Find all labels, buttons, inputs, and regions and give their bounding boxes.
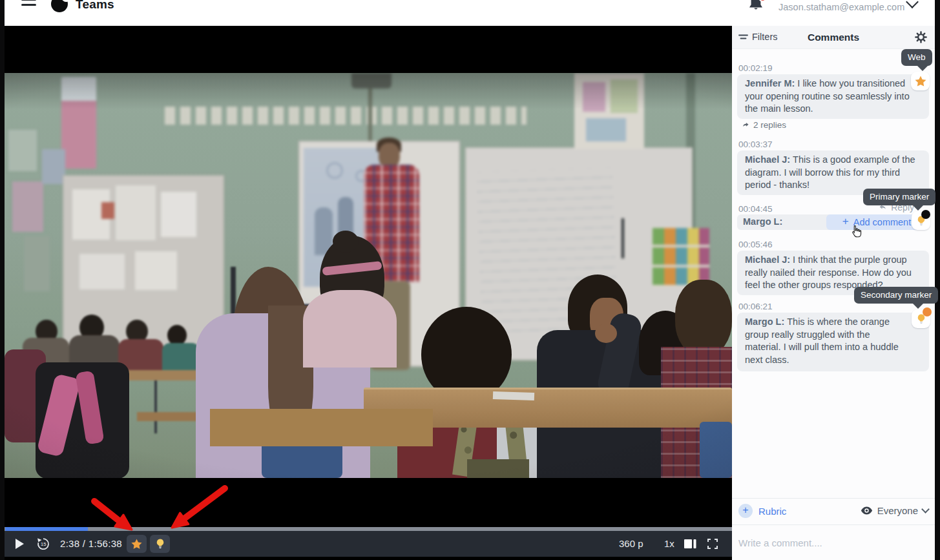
student-hair-far-right xyxy=(675,280,732,356)
comment-author: Michael J: xyxy=(745,254,790,265)
replies-arrow-icon xyxy=(741,121,750,129)
fullscreen-icon[interactable] xyxy=(706,537,719,550)
visibility-selector[interactable]: Everyone xyxy=(861,505,928,516)
theater-mode-icon[interactable] xyxy=(684,537,696,550)
rubric-button[interactable]: + Rubric xyxy=(738,504,786,518)
plus-icon: + xyxy=(842,215,849,228)
replies-label: 2 replies xyxy=(753,120,786,130)
star-marker-button[interactable] xyxy=(127,535,147,553)
replies-toggle[interactable]: 2 replies xyxy=(741,120,786,130)
app-logo xyxy=(51,0,68,12)
secondary-marker-dot xyxy=(923,307,932,316)
comment-timestamp: 00:02:19 xyxy=(738,63,773,73)
app-title: Teams xyxy=(76,0,114,12)
student-pink-top xyxy=(303,290,397,368)
front-desk xyxy=(210,409,433,446)
player-controls: 15 2:38 / 1:56:38 360 p 1x xyxy=(5,531,732,557)
time-display: 2:38 / 1:56:38 xyxy=(60,538,122,549)
camo-backpack-body xyxy=(467,459,529,478)
chair-blue xyxy=(700,422,732,478)
comment-timestamp: 00:05:46 xyxy=(738,240,773,249)
comment-timestamp: 00:04:45 xyxy=(738,204,773,214)
gear-icon[interactable] xyxy=(915,31,927,43)
rewind-15-icon[interactable]: 15 xyxy=(36,536,51,552)
star-marker-badge[interactable] xyxy=(911,72,930,90)
comment-author: Margo L: xyxy=(743,216,782,227)
web-tooltip: Web xyxy=(901,49,932,66)
classroom-foreground xyxy=(5,73,732,478)
rubric-label: Rubric xyxy=(758,506,786,517)
chevron-down-icon xyxy=(921,505,930,513)
primary-marker-dot xyxy=(921,210,930,219)
comment-author: Jennifer M: xyxy=(745,78,795,88)
speed-selector[interactable]: 1x xyxy=(664,538,674,549)
eye-icon xyxy=(861,506,873,516)
video-frame-classroom[interactable] xyxy=(5,73,732,478)
plus-icon: + xyxy=(738,504,753,518)
lightbulb-marker-button[interactable] xyxy=(150,535,170,553)
quality-selector[interactable]: 360 p xyxy=(619,538,643,549)
comments-title: Comments xyxy=(732,32,935,43)
visibility-label: Everyone xyxy=(877,505,918,516)
chevron-down-icon[interactable] xyxy=(906,0,919,8)
comment-composer xyxy=(732,524,935,560)
comments-header: Filters Comments xyxy=(732,26,935,49)
play-icon[interactable] xyxy=(16,539,24,549)
user-email[interactable]: Jason.statham@example.com xyxy=(778,2,904,12)
comment-card: Margo L:This is where the orange group r… xyxy=(737,313,929,371)
comment-author: Michael J: xyxy=(745,154,790,165)
sidebar-footer: + Rubric Everyone xyxy=(732,498,935,560)
comment-timestamp: 00:06:21 xyxy=(738,302,773,311)
comment-author: Margo L: xyxy=(745,316,784,327)
primary-marker-tooltip: Primary marker xyxy=(863,189,935,205)
add-comment-label: Add comment xyxy=(853,217,911,227)
comments-sidebar: Filters Comments 00:02:19 Jennifer M:I l… xyxy=(732,26,935,560)
svg-text:15: 15 xyxy=(41,541,46,547)
desk-paper xyxy=(493,391,534,400)
menu-icon[interactable] xyxy=(21,0,36,10)
video-player: 15 2:38 / 1:56:38 360 p 1x xyxy=(5,26,732,560)
comment-input[interactable] xyxy=(738,534,926,551)
notification-bell-icon[interactable] xyxy=(746,0,766,14)
comment-card: Jennifer M:I like how you transitioned y… xyxy=(737,74,929,119)
secondary-marker-tooltip: Secondary marker xyxy=(854,287,938,304)
student-hand xyxy=(595,324,617,343)
comment-timestamp: 00:03:37 xyxy=(738,140,773,149)
top-bar: Teams Jason.statham@example.com xyxy=(5,0,935,26)
hair-bun xyxy=(333,231,359,253)
star-icon xyxy=(914,75,927,88)
